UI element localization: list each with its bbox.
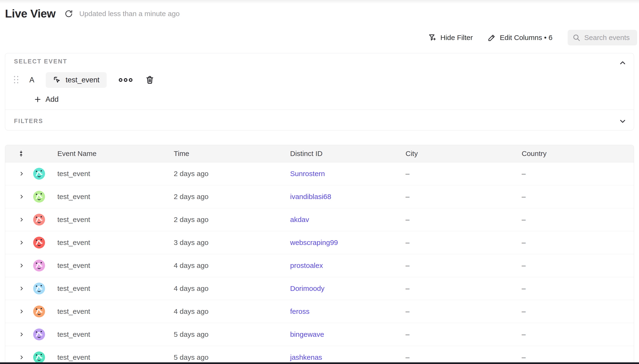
city-cell: – xyxy=(405,308,522,316)
delete-event-button[interactable] xyxy=(145,75,154,85)
updated-timestamp: Updated less than a minute ago xyxy=(79,10,180,18)
chevron-down-icon xyxy=(619,118,626,125)
table-row[interactable]: test_event 4 days ago prostoalex – – xyxy=(5,254,634,277)
search-input[interactable] xyxy=(584,34,632,42)
time-cell: 4 days ago xyxy=(174,284,290,292)
row-lead-cell xyxy=(5,191,57,202)
expand-row-chevron[interactable] xyxy=(18,193,26,201)
table-row[interactable]: test_event 4 days ago feross – – xyxy=(5,300,634,323)
row-lead-cell xyxy=(5,282,57,294)
city-cell: – xyxy=(405,353,522,362)
event-name-cell: test_event xyxy=(57,308,174,316)
avatar xyxy=(33,328,45,340)
table-row[interactable]: test_event 2 days ago Sunrostern – – xyxy=(5,162,634,185)
trash-icon xyxy=(145,75,154,85)
collapse-select-event-button[interactable] xyxy=(618,58,627,68)
collapse-rows-button[interactable] xyxy=(5,150,57,157)
row-lead-cell xyxy=(5,352,57,362)
edit-columns-button[interactable]: Edit Columns • 6 xyxy=(488,33,552,42)
city-cell: – xyxy=(405,216,522,224)
avatar xyxy=(33,168,45,180)
pencil-icon xyxy=(488,33,496,42)
expand-row-chevron[interactable] xyxy=(18,170,26,178)
event-options-button[interactable] xyxy=(118,78,133,82)
country-cell: – xyxy=(522,216,634,224)
time-cell: 5 days ago xyxy=(174,353,290,362)
events-table: Event Name Time Distinct ID City Country… xyxy=(5,145,634,362)
refresh-icon xyxy=(64,9,73,18)
drag-handle[interactable] xyxy=(14,76,19,84)
expand-row-chevron[interactable] xyxy=(18,238,26,246)
chevron-right-icon xyxy=(19,240,24,245)
row-lead-cell xyxy=(5,306,57,318)
avatar xyxy=(33,214,45,226)
table-header-row: Event Name Time Distinct ID City Country xyxy=(5,145,634,162)
row-lead-cell xyxy=(5,237,57,248)
table-row[interactable]: test_event 2 days ago akdav – – xyxy=(5,208,634,231)
add-event-button[interactable]: Add xyxy=(34,92,59,107)
distinct-id-link[interactable]: prostoalex xyxy=(290,262,323,269)
search-box[interactable] xyxy=(568,30,637,46)
event-name-label: test_event xyxy=(66,76,100,84)
time-cell: 5 days ago xyxy=(174,330,290,338)
expand-row-chevron[interactable] xyxy=(18,330,26,338)
table-row[interactable]: test_event 5 days ago jashkenas – – xyxy=(5,346,634,362)
chevron-right-icon xyxy=(19,217,24,222)
chevron-right-icon xyxy=(19,263,24,268)
country-cell: – xyxy=(522,308,634,316)
expand-row-chevron[interactable] xyxy=(18,308,26,316)
event-name-cell: test_event xyxy=(57,216,174,224)
country-cell: – xyxy=(522,193,634,201)
distinct-id-link[interactable]: jashkenas xyxy=(290,353,322,361)
column-header-distinct-id[interactable]: Distinct ID xyxy=(290,150,405,158)
chevron-right-icon xyxy=(19,309,24,314)
ellipsis-icon xyxy=(118,78,133,82)
distinct-id-link[interactable]: Sunrostern xyxy=(290,170,325,178)
event-name-cell: test_event xyxy=(57,353,174,362)
distinct-id-link[interactable]: Dorimoody xyxy=(290,284,324,292)
refresh-button[interactable] xyxy=(64,8,74,19)
expand-row-chevron[interactable] xyxy=(18,284,26,292)
distinct-id-link[interactable]: feross xyxy=(290,308,310,315)
event-row: A test_event xyxy=(14,72,154,88)
bottom-edge-bar xyxy=(0,362,639,364)
chevron-right-icon xyxy=(19,194,24,199)
distinct-id-link[interactable]: ivandiblasi68 xyxy=(290,193,331,200)
table-row[interactable]: test_event 4 days ago Dorimoody – – xyxy=(5,277,634,300)
row-lead-cell xyxy=(5,260,57,272)
table-row[interactable]: test_event 3 days ago webscraping99 – – xyxy=(5,231,634,254)
avatar-face-icon xyxy=(33,237,45,248)
table-row[interactable]: test_event 5 days ago bingewave – – xyxy=(5,323,634,346)
column-header-city[interactable]: City xyxy=(405,150,522,158)
city-cell: – xyxy=(405,193,522,201)
table-row[interactable]: test_event 2 days ago ivandiblasi68 – – xyxy=(5,185,634,208)
expand-row-chevron[interactable] xyxy=(18,216,26,224)
time-cell: 2 days ago xyxy=(174,216,290,224)
expand-row-chevron[interactable] xyxy=(18,353,26,362)
column-header-country[interactable]: Country xyxy=(522,150,634,158)
chevron-right-icon xyxy=(19,332,24,337)
city-cell: – xyxy=(405,170,522,178)
event-select-button[interactable]: test_event xyxy=(46,72,107,88)
country-cell: – xyxy=(522,170,634,178)
expand-filters-button[interactable] xyxy=(618,117,627,126)
section-divider xyxy=(5,110,634,110)
select-event-label: SELECT EVENT xyxy=(14,58,67,65)
avatar-face-icon xyxy=(33,214,45,226)
distinct-id-link[interactable]: akdav xyxy=(290,216,309,224)
city-cell: – xyxy=(405,284,522,292)
country-cell: – xyxy=(522,262,634,270)
hide-filter-button[interactable]: Hide Filter xyxy=(428,33,473,42)
distinct-id-link[interactable]: bingewave xyxy=(290,330,324,338)
time-cell: 4 days ago xyxy=(174,308,290,316)
filter-plus-icon xyxy=(428,33,437,42)
column-header-time[interactable]: Time xyxy=(174,150,290,158)
distinct-id-link[interactable]: webscraping99 xyxy=(290,238,338,246)
edit-columns-label: Edit Columns • 6 xyxy=(500,34,552,42)
event-letter: A xyxy=(29,76,34,84)
column-header-event-name[interactable]: Event Name xyxy=(57,150,174,158)
expand-row-chevron[interactable] xyxy=(18,262,26,270)
time-cell: 4 days ago xyxy=(174,262,290,270)
row-lead-cell xyxy=(5,328,57,340)
search-icon xyxy=(572,34,580,42)
